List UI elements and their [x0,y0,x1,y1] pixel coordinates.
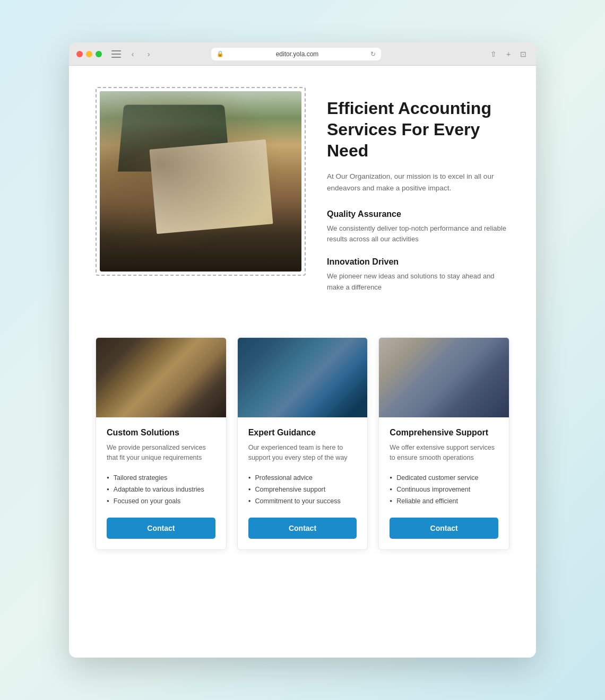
page-content: Efficient Accounting Services For Every … [69,66,536,571]
card-title-1: Custom Solutions [107,428,215,438]
list-item: Tailored strategies [107,472,215,484]
card-description-1: We provide personalized services that fi… [107,443,215,463]
sidebar-toggle[interactable] [111,50,121,58]
browser-window: ‹ › 🔒 editor.yola.com ↻ ⇧ + ⊡ [69,42,536,658]
feature-innovation-description: We pioneer new ideas and solutions to st… [327,271,509,292]
address-bar[interactable]: 🔒 editor.yola.com ↻ [211,48,381,60]
share-icon[interactable]: ⇧ [488,49,499,59]
hero-section: Efficient Accounting Services For Every … [96,87,509,305]
list-item: Focused on your goals [107,495,215,507]
list-item: Professional advice [248,472,357,484]
browser-toolbar: ‹ › 🔒 editor.yola.com ↻ ⇧ + ⊡ [69,42,536,66]
list-item: Commitment to your success [248,495,357,507]
card-comprehensive-support: Comprehensive Support We offer extensive… [378,337,509,550]
card-title-2: Expert Guidance [248,428,357,438]
hero-title: Efficient Accounting Services For Every … [327,98,509,161]
add-tab-icon[interactable]: + [503,49,514,59]
card-expert-guidance: Expert Guidance Our experienced team is … [237,337,368,550]
forward-button[interactable]: › [142,48,155,60]
minimize-button[interactable] [86,51,92,57]
card-image-2 [238,338,368,417]
card-body-1: Custom Solutions We provide personalized… [96,417,226,549]
hero-image [100,91,301,272]
card-list-2: Professional advice Comprehensive suppor… [248,472,357,507]
cards-section: Custom Solutions We provide personalized… [96,337,509,550]
maximize-button[interactable] [96,51,102,57]
card-description-3: We offer extensive support services to e… [390,443,498,463]
card-custom-solutions: Custom Solutions We provide personalized… [96,337,227,550]
feature-quality-title: Quality Assurance [327,209,509,219]
card-body-2: Expert Guidance Our experienced team is … [238,417,368,549]
card-list-1: Tailored strategies Adaptable to various… [107,472,215,507]
lock-icon: 🔒 [217,50,224,57]
traffic-lights [76,51,102,57]
close-button[interactable] [76,51,83,57]
feature-innovation: Innovation Driven We pioneer new ideas a… [327,257,509,292]
feature-quality-description: We consistently deliver top-notch perfor… [327,223,509,244]
list-item: Continuous improvement [390,484,498,495]
feature-innovation-title: Innovation Driven [327,257,509,267]
hero-text: Efficient Accounting Services For Every … [327,87,509,305]
contact-button-3[interactable]: Contact [390,518,498,539]
browser-nav: ‹ › [126,48,155,60]
list-item: Reliable and efficient [390,495,498,507]
hero-image-overlay [100,91,301,272]
hero-image-border [96,87,306,276]
list-item: Dedicated customer service [390,472,498,484]
reload-icon[interactable]: ↻ [370,50,376,58]
contact-button-2[interactable]: Contact [248,518,357,539]
feature-quality: Quality Assurance We consistently delive… [327,209,509,244]
contact-button-1[interactable]: Contact [107,518,215,539]
card-image-3 [379,338,509,417]
hero-image-container [96,87,306,276]
extensions-icon[interactable]: ⊡ [518,49,529,59]
back-button[interactable]: ‹ [126,48,139,60]
hero-description: At Our Organization, our mission is to e… [327,171,509,194]
list-item: Comprehensive support [248,484,357,495]
card-title-3: Comprehensive Support [390,428,498,438]
card-list-3: Dedicated customer service Continuous im… [390,472,498,507]
list-item: Adaptable to various industries [107,484,215,495]
card-description-2: Our experienced team is here to support … [248,443,357,463]
card-image-1 [96,338,226,417]
browser-content: Efficient Accounting Services For Every … [69,66,536,658]
url-text: editor.yola.com [227,50,367,58]
browser-actions: ⇧ + ⊡ [488,49,529,59]
card-body-3: Comprehensive Support We offer extensive… [379,417,509,549]
